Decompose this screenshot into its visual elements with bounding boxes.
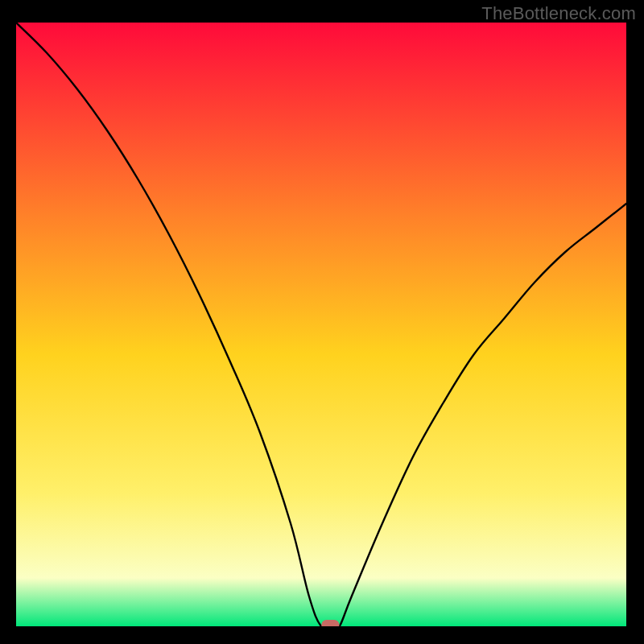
optimal-point-marker: [321, 620, 339, 626]
bottleneck-chart: [16, 23, 626, 626]
plot-area: [16, 23, 626, 626]
chart-container: TheBottleneck.com: [0, 0, 644, 644]
watermark-text: TheBottleneck.com: [481, 3, 636, 24]
gradient-background: [16, 23, 626, 626]
